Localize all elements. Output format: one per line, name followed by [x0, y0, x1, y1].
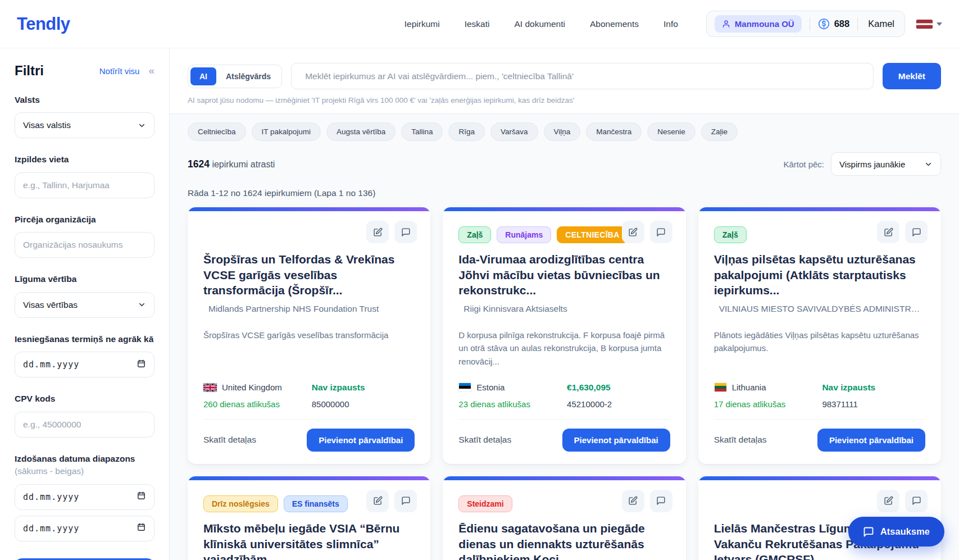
add-to-management-button[interactable]: Pievienot pārvaldībai: [562, 429, 670, 452]
language-switcher[interactable]: [916, 20, 942, 29]
view-details-link[interactable]: Skatīt detaļas: [458, 435, 511, 445]
collapse-sidebar-icon[interactable]: «: [148, 65, 154, 77]
quick-chip-r-ga[interactable]: Rīga: [448, 122, 485, 141]
quick-chip-za-ie[interactable]: Zaļie: [701, 122, 738, 141]
edit-note-button[interactable]: [877, 221, 899, 243]
days-remaining: 23 dienas atlikušas: [458, 399, 567, 409]
top-navbar: Tendly IepirkumiIeskatiAI dokumentiAbone…: [0, 0, 959, 48]
feedback-button[interactable]: Atsauksme: [848, 517, 944, 547]
card-meta: Estonia €1,630,095 23 dienas atlikušas 4…: [458, 368, 670, 409]
edit-icon: [628, 496, 638, 506]
country-flag-icon: [458, 383, 471, 391]
quick-chip-nesenie[interactable]: Nesenie: [647, 122, 696, 141]
select-value: Visas vērtības: [23, 300, 78, 310]
date-value: dd.mm.yyyy: [23, 359, 79, 370]
filter-label: Izdošanas datuma diapazons (sākums - bei…: [15, 453, 154, 478]
view-details-link[interactable]: Skatīt detaļas: [203, 435, 256, 445]
izdo-anas-datuma-diapazons-date-input-1[interactable]: dd.mm.yyyy: [15, 484, 154, 510]
quick-chip-vi-a[interactable]: Viļņa: [544, 122, 581, 141]
contract-value: Nav izpausts: [822, 383, 925, 393]
sort-select[interactable]: Vispirms jaunākie: [831, 152, 941, 176]
results-count: 1624 iepirkumi atrasti: [188, 158, 275, 170]
comment-button[interactable]: [394, 490, 417, 512]
edit-icon: [628, 227, 638, 237]
tender-title[interactable]: Šropšīras un Telfordas & Vrekīnas VCSE g…: [203, 252, 415, 298]
comment-button[interactable]: [650, 490, 672, 512]
edit-note-button[interactable]: [622, 490, 644, 512]
latvia-flag-icon: [916, 20, 933, 29]
pagination-text: Rāda 1-12 no 1624 iepirkumiem (Lapa 1 no…: [170, 176, 959, 198]
card-gradient-bar: [698, 476, 941, 480]
filter-izdo-anas-datuma-diapazons: Izdošanas datuma diapazons (sākums - bei…: [15, 453, 154, 541]
tender-title[interactable]: Ēdienu sagatavošana un piegāde dienas un…: [458, 521, 670, 560]
country: United Kingdom: [203, 383, 312, 393]
nav-item-iepirkumi[interactable]: Iepirkumi: [404, 19, 440, 29]
tender-title[interactable]: Mīksto mēbeļu iegāde VSIA “Bērnu klīnisk…: [203, 521, 415, 560]
card-gradient-bar: [443, 207, 685, 211]
filter-valsts: ValstsVisas valstis: [15, 94, 154, 138]
valsts-select[interactable]: Visas valstis: [15, 112, 154, 138]
mode-ai-tab[interactable]: AI: [190, 67, 216, 85]
chat-bubble-icon: [863, 526, 874, 538]
add-to-management-button[interactable]: Pievienot pārvaldībai: [817, 429, 925, 452]
tender-card: Šropšīras un Telfordas & Vrekīnas VCSE g…: [188, 207, 430, 464]
clear-all-filters-link[interactable]: Notīrīt visu: [99, 66, 140, 76]
edit-note-button[interactable]: [877, 490, 899, 512]
app-logo[interactable]: Tendly: [17, 14, 70, 34]
comment-button[interactable]: [905, 221, 928, 243]
izdo-anas-datuma-diapazons-date-input-2[interactable]: dd.mm.yyyy: [15, 516, 154, 541]
filter-cpv-kods: CPV kods: [15, 393, 154, 437]
filters-sidebar: Filtri Notīrīt visu « ValstsVisas valsti…: [0, 48, 170, 560]
quick-chip-celtniec-ba[interactable]: Celtniecība: [188, 122, 246, 141]
nav-item-ieskati[interactable]: Ieskati: [465, 19, 490, 29]
main-content: AI Atslēgvārds Meklēt AI saprot jūsu nod…: [170, 48, 959, 560]
cpv-kods-input[interactable]: [15, 412, 154, 438]
edit-note-button[interactable]: [622, 221, 644, 243]
quick-chip-it-pakalpojumi[interactable]: IT pakalpojumi: [252, 122, 321, 141]
buyer-organization: VILNIAUS MIESTO SAVIVALDYBĖS ADMINISTRAC…: [714, 304, 925, 314]
contract-value: Nav izpausts: [312, 383, 415, 393]
organization-chip[interactable]: Manmouna OÜ: [715, 15, 802, 33]
search-input[interactable]: [291, 63, 874, 89]
comment-button[interactable]: [650, 221, 672, 243]
card-gradient-bar: [443, 476, 685, 480]
add-to-management-button[interactable]: Pievienot pārvaldībai: [307, 429, 415, 452]
badge-run-jams: Runājams: [497, 226, 551, 243]
edit-note-button[interactable]: [366, 490, 389, 512]
quick-chip-var-ava[interactable]: Varšava: [490, 122, 538, 141]
comment-icon: [656, 496, 666, 506]
divider: [810, 17, 810, 31]
calendar-icon: [137, 491, 146, 500]
nav-item-ai-dokumenti[interactable]: AI dokumenti: [514, 19, 565, 29]
pirc-ja-organiz-cija-input[interactable]: [15, 232, 154, 258]
edit-icon: [373, 227, 383, 237]
nav-item-abonements[interactable]: Abonements: [590, 19, 639, 29]
tender-title[interactable]: Viļņas pilsētas kapsētu uzturēšanas paka…: [714, 252, 925, 298]
view-details-link[interactable]: Skatīt detaļas: [714, 435, 767, 445]
edit-note-button[interactable]: [366, 221, 389, 243]
quick-chip-man-estra[interactable]: Mančestra: [586, 122, 642, 141]
quick-chip-tallina[interactable]: Tallina: [401, 122, 443, 141]
iesnieg-anas-termi-ne-agr-k-k-date-input[interactable]: dd.mm.yyyy: [15, 352, 154, 377]
user-name[interactable]: Kamel: [866, 19, 897, 29]
cpv-code: 45210000-2: [567, 399, 670, 409]
l-guma-v-rt-ba-select[interactable]: Visas vērtības: [15, 292, 154, 318]
comment-icon: [656, 227, 666, 237]
comment-icon: [401, 227, 411, 237]
nav-item-info[interactable]: Info: [663, 19, 678, 29]
tender-card: Steidzami Ēdienu sagatavošana un piegāde…: [443, 476, 685, 560]
filter-izpildes-vieta: Izpildes vieta: [15, 153, 154, 198]
country-name: United Kingdom: [222, 383, 282, 392]
tender-card: Drīz noslēgsiesES finansēts Mīksto mēbeļ…: [188, 476, 430, 560]
comment-button[interactable]: [905, 490, 928, 512]
search-button[interactable]: Meklēt: [883, 63, 941, 89]
comment-button[interactable]: [394, 221, 417, 243]
card-meta: Lithuania Nav izpausts 17 dienas atlikuš…: [714, 368, 925, 409]
coin-icon: [818, 18, 830, 30]
credits-counter[interactable]: 688: [818, 18, 850, 30]
edit-icon: [373, 496, 383, 506]
mode-keyword-tab[interactable]: Atslēgvārds: [217, 67, 279, 85]
izpildes-vieta-input[interactable]: [15, 172, 154, 198]
tender-title[interactable]: Ida-Virumaa arodizglītības centra Jõhvi …: [458, 252, 670, 298]
quick-chip-augsta-v-rt-ba[interactable]: Augsta vērtība: [326, 122, 396, 141]
